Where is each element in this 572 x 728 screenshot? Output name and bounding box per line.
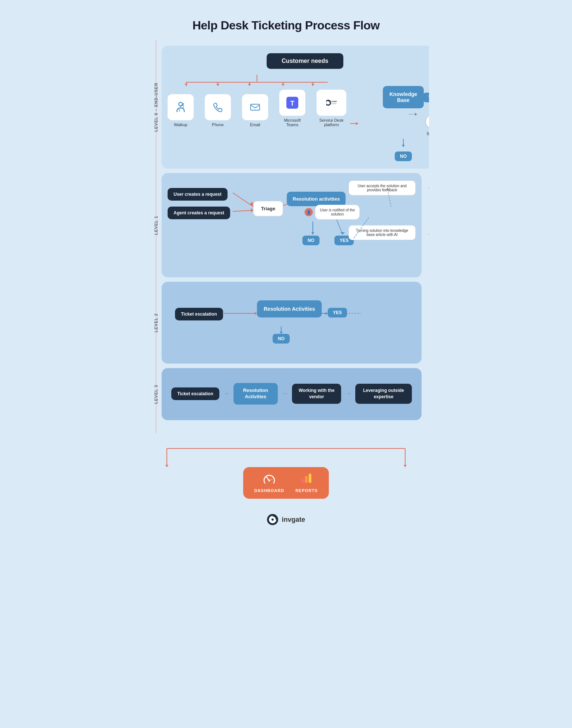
- turning-solution-box: Turning solution into knowledge base art…: [349, 225, 416, 240]
- no-box-l1: NO: [302, 236, 320, 245]
- level2-label: LEVEL 2: [150, 280, 162, 366]
- channel-servicedesk: invgate SERVICE DESK Service Desk platfo…: [317, 90, 346, 127]
- svg-marker-7: [185, 84, 188, 86]
- solved-icon: [425, 114, 429, 129]
- page-title: Help Desk Ticketing Process Flow: [143, 7, 429, 40]
- user-accepts-box: User accepts the solution and provides f…: [349, 181, 416, 195]
- teams-icon: T: [279, 90, 305, 116]
- channel-email: Email: [242, 94, 268, 127]
- no-box-kb: NO: [395, 151, 412, 161]
- invgate-logo-text: invgate: [282, 516, 305, 524]
- svg-text:SERVICE DESK: SERVICE DESK: [331, 103, 337, 105]
- dashboard-box: DASHBOARD REPORTS: [243, 467, 329, 499]
- svg-marker-39: [340, 232, 345, 234]
- ticket-escalation-2-box: Ticket escalation: [175, 308, 223, 320]
- dashboard-section: DASHBOARD REPORTS: [143, 441, 429, 502]
- svg-text:invgate: invgate: [331, 100, 337, 102]
- channel-teams: T Microsoft Teams: [279, 90, 305, 127]
- reports-item: REPORTS: [295, 473, 318, 493]
- no-box-l2: NO: [273, 334, 290, 344]
- level1-label: LEVEL 1: [150, 171, 162, 280]
- phone-icon: [205, 94, 231, 120]
- customer-needs-box: Customer needs: [267, 53, 343, 69]
- working-with-vendor-box: Working with the vendor: [292, 384, 341, 404]
- invgate-logo-icon: [267, 514, 279, 526]
- svg-marker-31: [250, 202, 253, 207]
- dashboard-connector: [156, 445, 416, 467]
- yes-box-l2: YES: [328, 308, 347, 317]
- svg-marker-8: [216, 84, 219, 86]
- leveraging-expertise-box: Leveraging outside expertise: [355, 384, 412, 404]
- reports-icon: [301, 473, 312, 486]
- svg-text:T: T: [290, 100, 295, 107]
- solved-label: Solved: [426, 131, 429, 136]
- yes-box-kb: YES: [423, 93, 429, 102]
- arrow-l3-3: →: [345, 390, 352, 397]
- servicedesk-icon: invgate SERVICE DESK: [317, 90, 346, 116]
- svg-rect-67: [309, 474, 311, 483]
- svg-marker-60: [404, 465, 407, 467]
- svg-marker-59: [165, 465, 168, 467]
- arrow-l3-2: →: [282, 390, 288, 397]
- svg-rect-66: [305, 476, 308, 483]
- svg-line-32: [233, 210, 253, 211]
- user-notified-box: 👤 User is notified of the solution: [305, 205, 360, 220]
- triage-box: Triage: [253, 201, 283, 216]
- email-icon: [242, 94, 268, 120]
- resolution-activities-3-box: Resolution Activities: [233, 383, 278, 405]
- walkup-icon: [168, 94, 194, 120]
- reports-label: REPORTS: [295, 488, 318, 493]
- dashboard-item: DASHBOARD: [254, 473, 285, 493]
- channel-walkup: Walkup: [168, 94, 194, 127]
- dashboard-label: DASHBOARD: [254, 488, 285, 493]
- dashboard-icon: [263, 473, 276, 486]
- ticket-escalation-3-box: Ticket escalation: [171, 387, 219, 400]
- level0-label: LEVEL 0 – END-USER: [150, 44, 162, 171]
- svg-marker-9: [248, 84, 251, 86]
- resolution-activities-2-box: Resolution Activities: [257, 300, 322, 317]
- svg-marker-11: [311, 84, 314, 86]
- svg-marker-37: [311, 232, 314, 234]
- channel-phone: Phone: [205, 94, 231, 127]
- svg-marker-24: [415, 113, 417, 116]
- svg-rect-14: [251, 104, 260, 110]
- arrow-l3-1: →: [223, 390, 230, 397]
- svg-marker-22: [356, 122, 358, 125]
- svg-point-64: [268, 480, 270, 482]
- resolution-activities-1-box: Resolution activities: [287, 192, 346, 206]
- svg-rect-65: [301, 479, 304, 483]
- level3-label: LEVEL 3: [150, 366, 162, 422]
- svg-marker-10: [282, 84, 285, 86]
- svg-marker-29: [402, 145, 405, 147]
- level2-arrows: [168, 289, 416, 356]
- invgate-logo: invgate: [143, 510, 429, 529]
- svg-point-70: [271, 518, 274, 521]
